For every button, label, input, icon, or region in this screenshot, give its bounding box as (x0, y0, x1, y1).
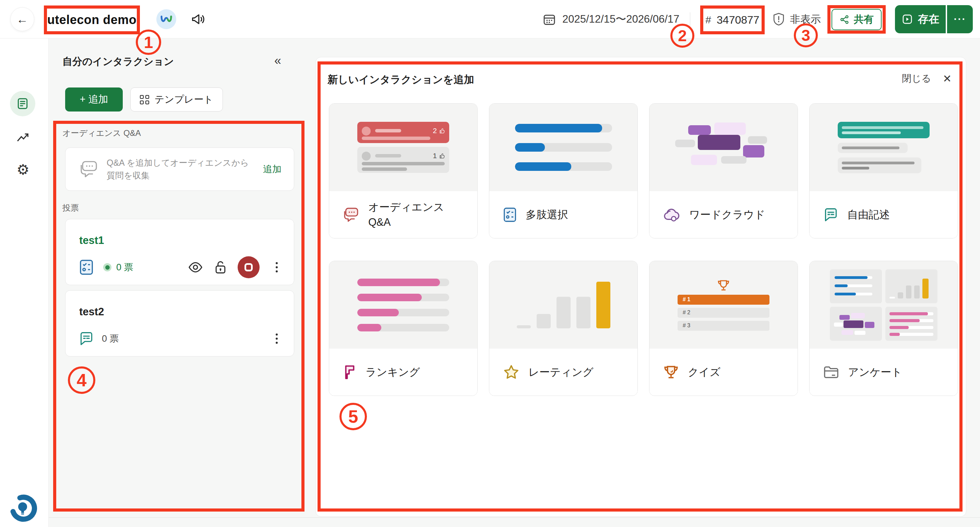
trophy-icon-small (717, 279, 730, 292)
rating-illustration (489, 261, 638, 348)
utelecon-logo[interactable] (8, 492, 38, 522)
type-card-label: アンケート (848, 365, 902, 380)
live-status-dot (103, 263, 111, 271)
thumb-up-icon (439, 153, 445, 159)
word-cloud-illustration (649, 104, 797, 191)
templates-button-label: テンプレート (154, 93, 213, 106)
trending-up-icon (16, 131, 30, 144)
back-arrow-icon: ← (16, 13, 28, 26)
ranking-illustration (329, 261, 477, 348)
star-icon (503, 364, 520, 380)
event-code-number: 3470877 (717, 14, 759, 26)
poll-votes: 0 票 (116, 261, 134, 273)
folder-icon (823, 366, 839, 379)
type-card-label: オーディエンス Q&A (368, 200, 444, 230)
collapse-panel-icon[interactable]: « (274, 54, 281, 68)
close-label: 閉じる (902, 72, 931, 85)
modal-close-button[interactable]: 閉じる ✕ (902, 72, 951, 85)
poll-title[interactable]: test2 (79, 306, 104, 318)
present-icon (902, 13, 913, 25)
type-card-open-text[interactable]: 自由記述 (809, 103, 958, 238)
qa-empty-card[interactable]: Q&A を追加してオーディエンスから 質問を収集 追加 (65, 147, 294, 191)
rail-item-analytics[interactable] (16, 131, 30, 144)
type-card-label: レーティング (528, 365, 593, 380)
more-actions-button[interactable]: ··· (947, 5, 973, 33)
close-icon: ✕ (943, 72, 951, 85)
annotation-number-1: 1 (136, 29, 161, 55)
ellipsis-icon: ··· (954, 13, 966, 25)
type-card-audience-qa[interactable]: 2 1 (329, 103, 478, 238)
survey-tile-bars (830, 269, 882, 303)
multiple-choice-illustration (489, 104, 638, 191)
rail-item-settings[interactable]: ⚙ (15, 162, 31, 178)
type-card-multiple-choice[interactable]: 多肢選択 (489, 103, 638, 238)
type-card-label: 多肢選択 (526, 207, 568, 222)
type-card-label: クイズ (688, 365, 721, 380)
present-button[interactable]: 存在 (895, 5, 946, 33)
type-card-survey[interactable]: アンケート (809, 261, 958, 396)
chat-bubbles-icon (79, 160, 99, 178)
eye-icon[interactable] (188, 261, 203, 273)
templates-button[interactable]: テンプレート (130, 88, 223, 112)
page-title[interactable]: utelecon demo (44, 5, 140, 34)
type-card-quiz[interactable]: # 1 # 2 # 3 クイズ (649, 261, 798, 396)
type-card-ranking[interactable]: ランキング (329, 261, 478, 396)
open-text-type-icon (79, 331, 94, 346)
poll-card-test1[interactable]: test1 0 票 (65, 219, 294, 285)
modal-title: 新しいインタラクションを追加 (328, 73, 474, 87)
type-card-word-cloud[interactable]: ワードクラウド (649, 103, 798, 238)
annotation-number-5: 5 (339, 403, 367, 430)
survey-tile-pink-bars (885, 307, 937, 341)
type-card-rating[interactable]: レーティング (489, 261, 638, 396)
gear-icon: ⚙ (16, 161, 30, 178)
slido-app: ← utelecon demo 2025/12/15〜2026/06/1 (0, 0, 980, 527)
present-label: 存在 (918, 12, 939, 26)
shield-alert-icon (772, 12, 785, 26)
qa-prompt-text: Q&A を追加してオーディエンスから 質問を収集 (107, 157, 249, 182)
type-card-label: ワードクラウド (689, 207, 765, 222)
poll-title[interactable]: test1 (79, 234, 104, 247)
quiz-illustration: # 1 # 2 # 3 (649, 261, 797, 348)
hash-icon: # (705, 14, 711, 26)
survey-tile-cloud (830, 307, 882, 341)
add-interaction-button[interactable]: + 追加 (65, 88, 123, 112)
polls-section-label: 投票 (62, 203, 79, 213)
stop-icon (245, 263, 253, 271)
poll-card-test2[interactable]: test2 0 票 (65, 290, 294, 356)
left-rail: ⚙ ? (0, 38, 49, 527)
annotation-number-4: 4 (68, 366, 95, 394)
share-label: 共有 (854, 13, 874, 26)
interaction-type-grid: 2 1 (329, 103, 958, 396)
word-cloud-icon (663, 208, 680, 222)
audience-qa-illustration: 2 1 (329, 104, 477, 191)
stop-poll-button[interactable] (238, 256, 259, 278)
share-icon (839, 14, 850, 25)
add-button-label: + 追加 (80, 93, 108, 106)
ranking-icon (343, 365, 356, 380)
annotation-number-2: 2 (670, 24, 694, 48)
event-code[interactable]: # 3470877 (700, 5, 765, 34)
announcement-icon[interactable] (191, 12, 206, 26)
open-text-icon (823, 208, 838, 222)
poll-type-icon (79, 259, 94, 276)
interactions-icon (16, 97, 29, 110)
event-dates[interactable]: 2025/12/15〜2026/06/17 (542, 0, 679, 38)
survey-tile-chart (885, 269, 937, 303)
annotation-number-3: 3 (794, 23, 818, 47)
calendar-icon (542, 12, 556, 26)
type-card-label: 自由記述 (847, 207, 890, 222)
webex-logo-icon (156, 9, 176, 29)
share-button[interactable]: 共有 (832, 9, 881, 30)
poll-votes: 0 票 (102, 332, 119, 345)
rail-item-interactions[interactable] (10, 91, 35, 116)
topbar-divider (690, 12, 690, 27)
poll-menu-button[interactable] (270, 332, 283, 345)
multiple-choice-icon (503, 207, 517, 223)
bottom-divider (49, 517, 980, 518)
back-button[interactable]: ← (10, 7, 34, 31)
panel-title: 自分のインタラクション (62, 55, 174, 69)
qa-add-link[interactable]: 追加 (263, 163, 282, 175)
poll-menu-button[interactable] (270, 260, 283, 274)
audience-qa-icon (343, 207, 360, 223)
unlock-icon[interactable] (214, 260, 228, 275)
